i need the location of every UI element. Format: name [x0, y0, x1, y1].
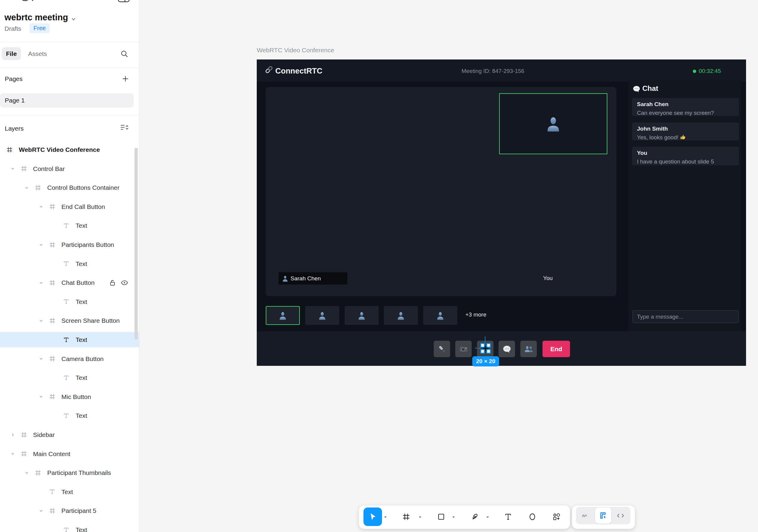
layer-chevron-down-icon[interactable]	[39, 205, 43, 209]
layout-grid-icon[interactable]	[118, 0, 130, 5]
layer-chevron-down-icon[interactable]	[39, 243, 43, 247]
actions-tool-button[interactable]	[552, 513, 561, 521]
divider	[0, 67, 139, 68]
pen-tool-chevron-icon[interactable]	[486, 515, 489, 518]
layer-row-text[interactable]: Text	[0, 218, 139, 233]
participant-thumbnail-5[interactable]	[423, 306, 457, 325]
chat-message-author: John Smith	[637, 125, 739, 132]
layer-row-text[interactable]: Text	[0, 294, 139, 309]
chat-toggle-button[interactable]	[499, 341, 515, 357]
page-item-active[interactable]: Page 1	[0, 93, 134, 108]
layer-row-participant-5[interactable]: Participant 5	[0, 503, 139, 518]
layer-label: Text	[76, 294, 87, 309]
layer-label: Control Buttons Container	[47, 180, 120, 195]
layer-row-participants-button[interactable]: Participants Button	[0, 237, 139, 252]
participant-thumbnail-2[interactable]	[305, 306, 339, 325]
layer-row-end-call-button[interactable]: End Call Button	[0, 199, 139, 214]
frame-layer-icon	[49, 317, 55, 324]
layer-chevron-down-icon[interactable]	[39, 509, 43, 513]
rectangle-tool-button[interactable]	[437, 513, 445, 521]
layer-row-mic-button[interactable]: Mic Button	[0, 389, 139, 404]
layer-row-camera-button[interactable]: Camera Button	[0, 351, 139, 366]
layer-chevron-down-icon[interactable]	[25, 471, 29, 475]
person-avatar-icon	[282, 275, 288, 282]
divider	[0, 42, 139, 42]
people-icon	[524, 345, 533, 353]
selection-handle-sw[interactable]	[480, 349, 485, 353]
selection-handle-ne[interactable]	[486, 343, 491, 348]
file-title[interactable]: webrtc meeting	[5, 13, 68, 22]
move-tool-chevron-icon[interactable]	[384, 515, 387, 518]
layer-row-webrtc-video-conference[interactable]: WebRTC Video Conference	[0, 142, 139, 157]
tab-file[interactable]: File	[2, 47, 21, 60]
layer-label: Text	[76, 256, 87, 271]
chat-message-text: Can everyone see my screen?	[637, 110, 739, 116]
layer-chevron-down-icon[interactable]	[11, 167, 15, 171]
layer-row-sidebar[interactable]: Sidebar	[0, 427, 139, 442]
layer-chevron-down-icon[interactable]	[25, 185, 29, 189]
measure-mode-button[interactable]	[595, 508, 611, 524]
participant-thumbnail-3[interactable]	[345, 306, 379, 325]
speaker-name-pill[interactable]: Sarah Chen	[279, 272, 347, 284]
move-tool-button[interactable]	[363, 508, 382, 526]
participant-thumbnail-1[interactable]	[266, 306, 300, 325]
canvas-frame-label[interactable]: WebRTC Video Conference	[257, 47, 334, 54]
layer-row-screen-share-button[interactable]: Screen Share Button	[0, 313, 139, 328]
frame-layer-icon	[49, 280, 55, 286]
layer-label: Participants Button	[62, 237, 114, 252]
layer-row-text[interactable]: Text	[0, 484, 139, 499]
selection-handle-nw[interactable]	[480, 343, 485, 348]
frame-tool-button[interactable]	[402, 513, 410, 521]
collapse-layers-icon[interactable]	[120, 124, 128, 131]
add-page-icon[interactable]	[121, 75, 129, 83]
layers-scrollbar[interactable]	[134, 148, 138, 340]
more-participants-label: +3 more	[465, 312, 486, 318]
comment-tool-button[interactable]	[528, 513, 536, 521]
participants-button[interactable]	[520, 341, 537, 357]
breadcrumb-drafts[interactable]: Drafts	[5, 25, 21, 32]
layer-row-text[interactable]: Text	[0, 370, 139, 385]
dev-mode-code-icon[interactable]	[616, 512, 625, 520]
layer-chevron-right-icon[interactable]	[11, 433, 15, 437]
cursor-icon	[368, 513, 377, 521]
layer-chevron-down-icon[interactable]	[0, 148, 0, 151]
figma-logo-icon[interactable]	[21, 0, 29, 5]
chat-message-input[interactable]	[633, 310, 739, 323]
layer-row-main-content[interactable]: Main Content	[0, 446, 139, 461]
tab-assets[interactable]: Assets	[28, 50, 47, 57]
visibility-eye-icon[interactable]	[121, 280, 128, 285]
draw-mode-icon[interactable]	[581, 512, 589, 520]
mic-button[interactable]	[434, 341, 450, 357]
participant-thumbnail-4[interactable]	[384, 306, 418, 325]
rectangle-tool-chevron-icon[interactable]	[452, 515, 455, 518]
layer-row-control-buttons-container[interactable]: Control Buttons Container	[0, 180, 139, 195]
end-call-button[interactable]: End	[542, 341, 570, 357]
person-avatar-icon	[546, 116, 561, 131]
layer-row-participant-thumbnails[interactable]: Participant Thumbnails	[0, 465, 139, 480]
layer-row-chat-button[interactable]: Chat Button	[0, 275, 139, 290]
layer-chevron-down-icon[interactable]	[11, 452, 15, 456]
layer-row-text[interactable]: Text	[0, 332, 139, 347]
frame-tool-chevron-icon[interactable]	[419, 515, 422, 518]
layer-row-text[interactable]: Text	[0, 256, 139, 271]
self-video-tile[interactable]	[499, 93, 607, 154]
layer-chevron-down-icon[interactable]	[39, 395, 43, 399]
file-title-chevron-icon[interactable]	[71, 17, 76, 21]
layer-chevron-down-icon[interactable]	[39, 318, 43, 322]
logo-chevron-down-icon[interactable]	[30, 0, 35, 2]
text-layer-icon	[63, 337, 69, 343]
pen-tool-button[interactable]	[471, 513, 479, 521]
layer-chevron-down-icon[interactable]	[39, 357, 43, 361]
layer-row-text[interactable]: Text	[0, 522, 139, 532]
camera-button[interactable]	[455, 341, 472, 357]
selection-handle-se[interactable]	[486, 349, 491, 353]
text-tool-button[interactable]	[504, 513, 512, 521]
layer-row-control-bar[interactable]: Control Bar	[0, 161, 139, 176]
plan-badge[interactable]: Free	[30, 23, 50, 33]
layer-chevron-down-icon[interactable]	[39, 281, 43, 284]
unlock-icon[interactable]	[109, 279, 116, 286]
frame-layer-icon	[35, 184, 41, 191]
search-icon[interactable]	[120, 50, 128, 58]
layer-row-text[interactable]: Text	[0, 408, 139, 423]
frame-layer-icon	[20, 432, 27, 438]
